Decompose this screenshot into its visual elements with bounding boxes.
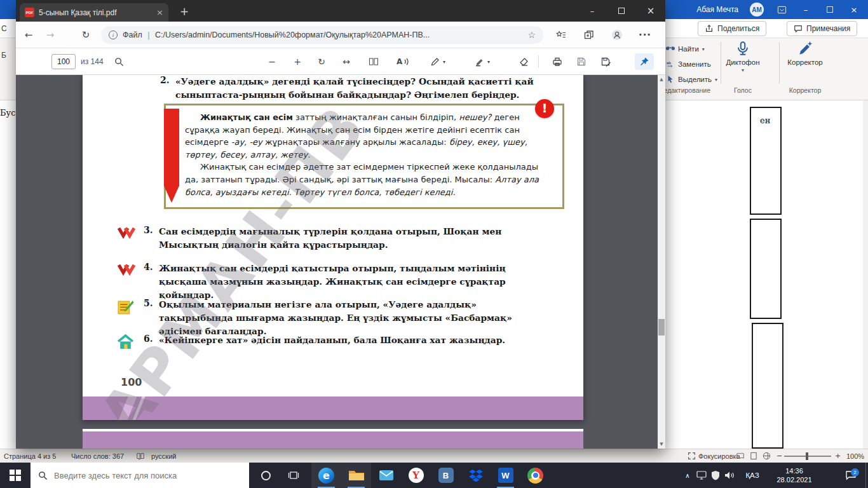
eraser-icon[interactable] [517, 54, 532, 69]
reload-button[interactable]: ↻ [78, 27, 93, 43]
word-count[interactable]: Число слов: 367 [71, 449, 124, 463]
text-fragment: С [1, 24, 7, 33]
taskbar-search[interactable] [31, 463, 249, 488]
scroll-up-icon[interactable]: ▲ [658, 75, 665, 84]
edge-addressbar: ← → ↻ i Файл | C:/Users/admin/Documents/… [16, 22, 665, 48]
read-aloud-icon[interactable]: A [393, 54, 412, 69]
language-indicator[interactable]: ҚАЗ [738, 463, 766, 488]
favorite-star-icon[interactable]: ☆ [527, 30, 536, 40]
page-info[interactable]: Страница 4 из 5 [4, 449, 56, 463]
url-scheme: Файл [123, 30, 142, 39]
taskbar-app-dropbox[interactable] [461, 463, 491, 488]
pdf-scrollbar[interactable]: ▲ ▼ [658, 75, 665, 449]
windows-logo-icon [10, 470, 21, 481]
edge-minimize-button[interactable]: – [578, 0, 607, 22]
dictate-label: Диктофон [726, 58, 759, 66]
scroll-down-icon[interactable]: ▼ [658, 440, 665, 449]
new-tab-button[interactable]: + [176, 3, 193, 20]
url-divider: | [147, 30, 150, 40]
zoom-slider-knob[interactable] [806, 452, 808, 460]
find-button[interactable]: Найти ▾ [666, 42, 705, 56]
start-button[interactable] [0, 463, 31, 488]
show-desktop-button[interactable] [865, 463, 868, 488]
taskbar-app-yandex[interactable]: Y [401, 463, 431, 488]
page-number-input[interactable] [51, 54, 76, 69]
fit-width-icon[interactable]: ↔ [339, 54, 354, 69]
replace-button[interactable]: ab Заменить [666, 57, 711, 71]
profile-avatar[interactable] [609, 27, 625, 43]
comments-button[interactable]: Примечания [787, 21, 857, 36]
tray-volume-icon[interactable] [723, 463, 736, 488]
page-number-label: 100 [121, 376, 142, 388]
taskbar-app-edge[interactable]: e [311, 463, 341, 488]
zoom-in-icon[interactable]: + [290, 54, 305, 69]
taskbar-app-word[interactable]: W [491, 463, 520, 488]
browser-tab[interactable]: PDF 5-сынып Қазақ тілі.pdf × [20, 3, 168, 22]
forward-button[interactable]: → [43, 27, 58, 43]
footer-band [83, 396, 583, 420]
taskbar-clock[interactable]: 14:36 28.02.2021 [768, 463, 821, 488]
word-minimize-button[interactable]: – [799, 0, 812, 19]
search-input[interactable] [54, 471, 232, 480]
language-selector[interactable]: русский [151, 449, 176, 463]
desktop: Абая Мечта АМ – × С Поделиться Примечани… [0, 0, 868, 488]
select-button[interactable]: Выделить ▾ [666, 72, 717, 86]
highlight-caret-icon[interactable]: ▾ [485, 54, 492, 69]
editor-button[interactable]: Корректор [784, 41, 826, 66]
chevron-down-icon: ▾ [715, 77, 717, 83]
page-view-icon[interactable] [366, 54, 381, 69]
search-icon [38, 471, 48, 480]
tray-expand-icon[interactable]: ∧ [681, 463, 694, 488]
tab-title: 5-сынып Қазақ тілі.pdf [39, 8, 152, 17]
word-scrollbar[interactable] [863, 100, 868, 449]
avatar[interactable]: АМ [750, 3, 764, 17]
tray-security-icon[interactable] [709, 463, 722, 488]
taskbar: e Y В W ∧ [0, 463, 868, 488]
word-restore-button[interactable] [824, 0, 836, 19]
dictate-button[interactable]: Диктофон ▾ [724, 41, 761, 73]
print-icon[interactable] [550, 54, 565, 69]
microphone-icon [735, 41, 751, 57]
save-as-icon[interactable] [598, 54, 613, 69]
word-statusbar: Страница 4 из 5 Число слов: 367 русский … [0, 449, 868, 463]
taskbar-app-chrome[interactable] [520, 463, 550, 488]
url-field[interactable]: i Файл | C:/Users/admin/Documents/Новый%… [101, 26, 543, 44]
proofing-icon[interactable] [136, 449, 145, 463]
edge-close-button[interactable]: × [636, 0, 665, 22]
web-layout-button[interactable] [763, 449, 771, 463]
ribbon-bookmark-icon [164, 109, 179, 203]
tab-close-icon[interactable]: × [156, 8, 163, 17]
search-icon[interactable] [111, 54, 126, 69]
zoom-out-icon[interactable]: − [264, 54, 280, 69]
taskbar-app-vk[interactable]: В [431, 463, 461, 488]
share-button[interactable]: Поделиться [698, 21, 766, 36]
scrollbar-thumb[interactable] [658, 319, 665, 336]
voice-group-label: Голос [724, 86, 761, 94]
read-mode-button[interactable] [736, 449, 745, 463]
info-icon[interactable]: i [109, 30, 118, 39]
print-layout-button[interactable] [750, 449, 757, 463]
more-menu-icon[interactable]: ··· [637, 27, 653, 43]
collections-icon[interactable] [581, 27, 597, 43]
favorites-hub-icon[interactable] [553, 27, 569, 43]
rotate-icon[interactable]: ↻ [314, 54, 329, 69]
pdf-viewport[interactable]: 2. «Уәдеге адалдық» дегенді қалай түсіне… [16, 75, 665, 449]
draw-caret-icon[interactable]: ▾ [440, 54, 448, 69]
focus-mode-button[interactable]: Фокусировка [688, 449, 740, 463]
zoom-out-button[interactable]: − [776, 449, 782, 463]
zoom-level[interactable]: 100% [846, 449, 864, 463]
edge-maximize-button[interactable] [607, 0, 636, 22]
action-center-button[interactable]: 2 [840, 463, 862, 488]
pin-icon [639, 57, 649, 67]
back-button[interactable]: ← [21, 27, 36, 43]
zoom-in-button[interactable]: + [835, 449, 841, 463]
save-icon[interactable] [574, 54, 589, 69]
task-view-button[interactable] [281, 463, 306, 488]
tray-display-icon[interactable] [695, 463, 708, 488]
ribbon-options-icon[interactable] [775, 0, 788, 19]
word-close-button[interactable]: × [848, 0, 860, 19]
taskbar-app-mail[interactable] [371, 463, 401, 488]
taskbar-app-explorer[interactable] [341, 463, 371, 488]
cortana-button[interactable] [253, 463, 278, 488]
pin-toolbar-button[interactable] [635, 53, 654, 70]
